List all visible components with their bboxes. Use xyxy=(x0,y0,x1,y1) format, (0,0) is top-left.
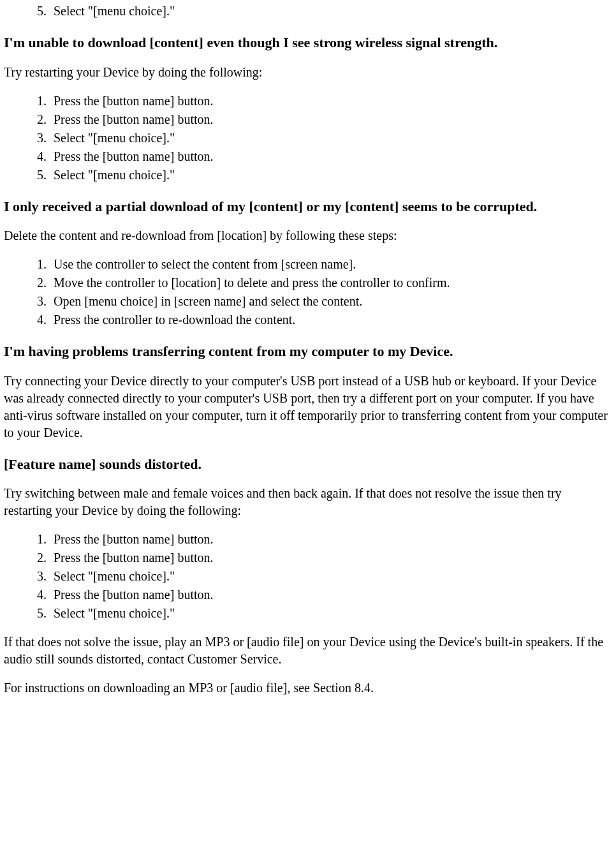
list-item: Select "[menu choice]." xyxy=(50,167,612,184)
section-intro: Try restarting your Device by doing the … xyxy=(4,64,612,81)
section-after-paragraph: If that does not solve the issue, play a… xyxy=(4,633,612,668)
list-item: Select "[menu choice]." xyxy=(50,3,612,20)
list-item: Select "[menu choice]." xyxy=(50,130,612,147)
list-item: Select "[menu choice]." xyxy=(50,605,612,622)
list-item: Press the [button name] button. xyxy=(50,586,612,603)
section-heading: I'm unable to download [content] even th… xyxy=(4,34,612,52)
section-heading: I'm having problems transferring content… xyxy=(4,343,612,361)
list-item: Move the controller to [location] to del… xyxy=(50,274,612,292)
list-item: Press the [button name] button. xyxy=(50,531,612,548)
top-fragment-list: Select "[menu choice]." xyxy=(4,3,612,20)
steps-list: Press the [button name] button. Press th… xyxy=(4,93,612,184)
section-intro: Try switching between male and female vo… xyxy=(4,485,612,519)
list-item: Press the [button name] button. xyxy=(50,549,612,566)
list-item: Press the [button name] button. xyxy=(50,93,612,110)
list-item: Open [menu choice] in [screen name] and … xyxy=(50,293,612,310)
list-item: Press the [button name] button. xyxy=(50,111,612,128)
section-heading: [Feature name] sounds distorted. xyxy=(4,455,612,474)
list-item: Press the controller to re-download the … xyxy=(50,311,612,329)
section-intro: Try connecting your Device directly to y… xyxy=(4,373,612,441)
steps-list: Press the [button name] button. Press th… xyxy=(4,531,612,622)
section-after-paragraph: For instructions on downloading an MP3 o… xyxy=(4,679,612,697)
list-item: Use the controller to select the content… xyxy=(50,256,612,273)
list-item: Select "[menu choice]." xyxy=(50,568,612,585)
list-item: Press the [button name] button. xyxy=(50,148,612,165)
section-heading: I only received a partial download of my… xyxy=(4,198,612,216)
section-intro: Delete the content and re-download from … xyxy=(4,227,612,244)
steps-list: Use the controller to select the content… xyxy=(4,256,612,329)
